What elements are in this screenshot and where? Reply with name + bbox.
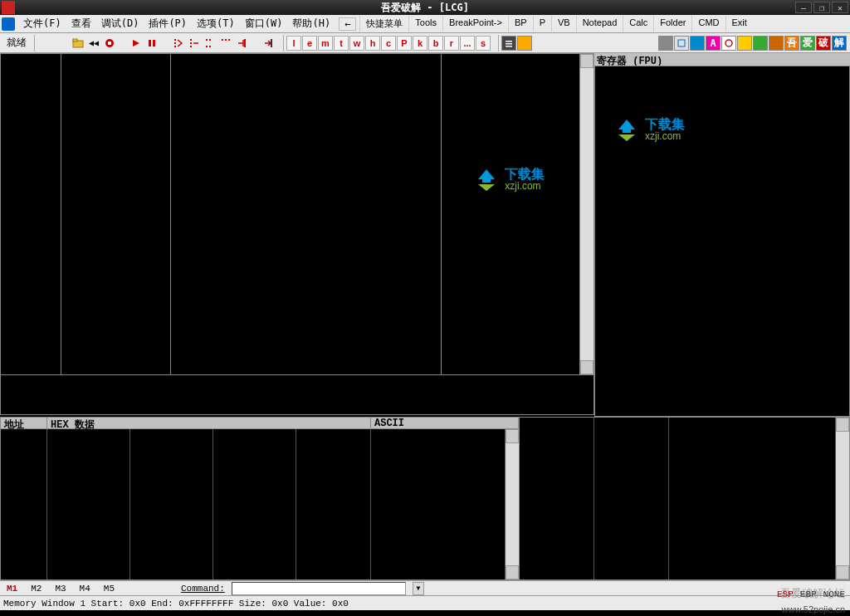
tool-icon-1[interactable] [658,36,673,51]
maximize-button[interactable]: ❐ [813,2,830,13]
svg-rect-21 [271,39,272,47]
mem-tab-m3[interactable]: M3 [51,583,69,594]
menu-bp[interactable]: BP [508,16,533,32]
window-s-button[interactable]: s [476,36,491,51]
trace-over-icon[interactable] [218,36,233,51]
window-e-button[interactable]: e [302,36,317,51]
command-input[interactable] [232,582,406,595]
menu-exit[interactable]: Exit [725,16,753,32]
titlebar: 吾爱破解 - [LCG] — ❐ ✕ [0,0,850,15]
trace-into-icon[interactable] [203,36,217,51]
cpu-address-column [1,54,61,374]
tool-icon-6[interactable] [737,36,752,51]
dump-addr-header[interactable]: 地址 [1,418,47,428]
menu-options[interactable]: 选项(T) [192,15,240,32]
menu-p[interactable]: P [533,16,551,32]
tool-icon-5[interactable] [721,36,736,51]
child-window-icon[interactable] [2,17,15,31]
window-b-button[interactable]: b [428,36,443,51]
close-button[interactable]: ✕ [832,2,848,13]
svg-rect-7 [174,39,176,41]
menu-debug[interactable]: 调试(D) [96,15,144,32]
tool-ai-icon[interactable]: 爱 [800,36,815,51]
mem-tab-m4[interactable]: M4 [76,583,94,594]
svg-rect-19 [228,39,230,41]
window-c-button[interactable]: c [381,36,396,51]
menu-file[interactable]: 文件(F) [18,15,66,32]
menu-notepad[interactable]: Notepad [576,16,623,32]
goto-icon[interactable] [261,36,276,51]
registers-pane[interactable]: 下载集xzji.com [594,66,850,417]
tool-icon-4[interactable]: A [706,36,721,51]
dump-hex-header[interactable]: HEX 数据 [47,418,371,428]
dump-ascii-header[interactable]: ASCII [371,418,519,428]
svg-rect-1 [73,39,77,42]
command-dropdown-icon[interactable]: ▼ [413,582,424,595]
mem-tab-m5[interactable]: M5 [100,583,118,594]
menu-breakpoint[interactable]: BreakPoint-> [442,16,508,32]
mem-tab-m2[interactable]: M2 [27,583,45,594]
cpu-disasm-column [171,54,442,374]
stack-scrollbar[interactable] [836,418,849,579]
dump-scrollbar[interactable] [506,429,519,579]
bottom-panes: 地址 HEX 数据 ASCII [0,417,850,580]
tool-icon-8[interactable] [769,36,784,51]
rewind-icon[interactable]: ◀◀ [86,36,101,51]
window-more-button[interactable]: ... [460,36,475,51]
tool-icon-2[interactable] [674,36,689,51]
execute-till-return-icon[interactable] [234,36,249,51]
menu-folder[interactable]: Folder [653,16,691,32]
registers-header[interactable]: 寄存器 (FPU) [594,53,850,66]
open-icon[interactable] [71,36,85,51]
menu-window[interactable]: 窗口(W) [240,15,288,32]
window-w-button[interactable]: w [349,36,364,51]
mem-tab-m1[interactable]: M1 [3,583,21,594]
stack-pane[interactable] [520,417,850,580]
menu-back-arrow[interactable]: ← [339,17,356,31]
dump-body[interactable] [0,429,520,580]
menu-help[interactable]: 帮助(H) [287,15,335,32]
tool-wu-icon[interactable]: 吾 [784,36,799,51]
cpu-info-pane[interactable] [0,375,594,415]
tool-icon-3[interactable] [690,36,705,51]
svg-marker-27 [478,169,495,179]
run-icon[interactable] [129,36,144,51]
step-over-icon[interactable] [187,36,202,51]
menu-tools[interactable]: Tools [408,16,442,32]
menu-plugins[interactable]: 插件(P) [144,15,192,32]
stop-icon[interactable] [102,36,117,51]
window-p-button[interactable]: P [397,36,412,51]
menu-view[interactable]: 查看 [66,15,96,32]
svg-point-26 [725,40,732,46]
dump-header: 地址 HEX 数据 ASCII [0,417,520,429]
pause-icon[interactable] [144,36,159,51]
svg-rect-15 [206,46,208,47]
window-k-button[interactable]: k [413,36,427,51]
menu-calc[interactable]: Calc [623,16,653,32]
watermark-url: www.52pojie.cn [782,604,845,614]
minimize-button[interactable]: — [795,2,812,13]
window-m-button[interactable]: m [318,36,333,51]
window-l-button[interactable]: l [286,36,301,51]
window-r-button[interactable]: r [444,36,459,51]
dump-pane[interactable]: 地址 HEX 数据 ASCII [0,417,520,580]
svg-rect-16 [209,46,211,47]
tool-po-icon[interactable]: 破 [816,36,831,51]
svg-rect-6 [153,40,155,46]
menu-cmd[interactable]: CMD [691,16,725,32]
menu-quickmenu[interactable]: 快捷菜单 [359,16,408,32]
svg-rect-13 [206,39,208,41]
window-t-button[interactable]: t [334,36,349,51]
menu-vb[interactable]: VB [551,16,576,32]
tool-icon-7[interactable] [753,36,768,51]
cpu-scrollbar[interactable] [580,54,594,374]
cpu-disassembly-pane[interactable]: 下载集xzji.com [0,53,594,375]
tool-jie-icon[interactable]: 解 [832,36,847,51]
watermark-2: 下载集xzji.com [613,116,685,143]
plugin-icon-2[interactable] [517,36,532,51]
plugin-icon-1[interactable] [501,36,516,51]
step-into-icon[interactable] [171,36,186,51]
window-title: 吾爱破解 - [LCG] [381,1,469,15]
svg-rect-18 [225,39,227,41]
window-h-button[interactable]: h [365,36,380,51]
